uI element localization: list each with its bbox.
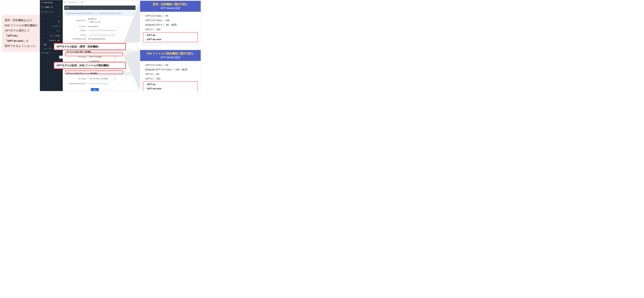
gpt-model-eml-select[interactable]: GPT-3.5-Turbo / 16K (推奨) ▾ <box>88 77 116 81</box>
section-header-eml: GPTモデルの設定 (EMLファイルの要約機能) <box>65 72 135 76</box>
field-label: API URI <box>65 34 88 36</box>
brand: DirectCloud <box>40 0 63 5</box>
sidebar-item-directcloud-ai[interactable]: tCloud AI N ˅ <box>40 38 63 43</box>
field-label: API Key <box>65 30 88 31</box>
panel-header-accent: 質問・回答機能で選択可能 <box>153 3 185 6</box>
api-key-input[interactable] <box>88 29 120 32</box>
chevron-left-icon: ‹ <box>61 35 61 37</box>
sidebar-item-label: 定 <box>58 20 60 23</box>
model-option: ・[Default] GPT-3.5-Turbo ／ 16K（推奨） <box>143 67 198 72</box>
model-option: ・[Default] GPT-4 ／ 8K（推奨） <box>143 23 198 27</box>
radio-use-on[interactable]: 使用する <box>88 18 96 20</box>
shield-icon <box>42 11 43 13</box>
panel-header-line2: GPT Model 設定 <box>160 56 180 59</box>
panel-header-tail: な <box>185 3 188 6</box>
sidebar-item-label: 全機能一覧 <box>44 6 52 8</box>
overlay-label-qa: GPTモデルの設定（質問・回答機能） <box>54 43 126 50</box>
chevron-left-icon: ‹ <box>61 26 61 27</box>
panel-body: ・GPT-3.5-Turbo ／ 4K ・[Default] GPT-3.5-T… <box>140 61 201 91</box>
bubble-bold: 「GPT-4o-mini」 <box>5 39 26 42</box>
field-label: Embeddings Model <box>65 38 88 40</box>
sidebar-item-partial[interactable]: ー ‹ <box>40 15 63 19</box>
sidebar-item-partial[interactable]: ムウェア対策 ‹ <box>40 34 63 38</box>
sidebar-item-label: TALK+ <box>44 52 49 54</box>
overlay-label-eml: GPTモデルの設定（EMLファイルの要約機能） <box>54 62 126 69</box>
select-value: GPT-4 / 8K (推奨) <box>90 56 102 58</box>
model-option: ・GPT-4 ／ 8K <box>143 72 198 76</box>
settings-form: DirectCloud AI 使用する 使用しない ⓘ AI Service <box>65 17 135 91</box>
field-label: DirectCloud AI <box>65 20 88 22</box>
sidebar-item-partial[interactable]: ージ ‹ <box>40 29 63 34</box>
sidebar-item-label: ークフロー <box>51 25 60 28</box>
new-model-box: ・GPT-4o ・GPT-4o-mini <box>143 82 198 91</box>
panel-header-line2: GPT Model 設定 <box>160 7 180 10</box>
radio-use-off[interactable]: 使用しない ⓘ <box>88 21 100 23</box>
breadcrumb-sep: / <box>67 2 67 3</box>
chevron-down-icon: ▾ <box>115 56 116 58</box>
breadcrumb-item: 設定 <box>81 1 84 3</box>
sidebar-item-label: tCloud AI <box>49 40 56 41</box>
sidebar-item-all[interactable]: 全機能一覧 <box>40 5 63 10</box>
model-option: ・GPT-3.5-Turbo ／ 4K <box>143 63 198 67</box>
api-uri-input[interactable] <box>88 33 120 37</box>
bubble-line: EMLファイルの要約機能の <box>5 23 42 28</box>
new-badge: N <box>58 40 60 41</box>
field-label: AI Service <box>65 26 88 28</box>
info-banner: Azure OpenAI ServiceのAPIを設定することで、DirectC… <box>65 11 135 16</box>
save-button[interactable]: 保存 <box>91 88 99 91</box>
breadcrumb: / DirectCloud AI / 設定 <box>63 0 137 5</box>
bubble-line: GPTモデル選択にて <box>5 28 42 33</box>
field-label: Deployment Name(GPT) <box>65 83 88 85</box>
deployment-name-input[interactable] <box>88 82 120 85</box>
model-option-new: ・GPT-4o-mini <box>144 87 196 91</box>
panel-header-accent: EMLファイルの要約機能で選択可能 <box>147 52 191 55</box>
bubble-bold: 「GPT-4o」 <box>5 33 42 38</box>
sidebar-item-security[interactable]: セキュリティ ‹ <box>40 10 63 15</box>
radio-label: 使用する <box>90 18 96 20</box>
radio-label: 使用しない <box>90 21 98 23</box>
panel-body: ・GPT-3.5-Turbo ／ 4K ・GPT-3.5-Turbo ／ 16K… <box>140 12 201 45</box>
select-value: GPT-3.5-Turbo / 16K (推奨) <box>90 78 108 80</box>
breadcrumb-sep: / <box>79 2 80 3</box>
model-option: ・GPT-4 ／ 32K <box>143 27 198 32</box>
bubble-text: を <box>26 39 29 42</box>
chevron-left-icon: ‹ <box>61 21 61 22</box>
panel-header-tail: な <box>191 52 194 55</box>
new-model-box: ・GPT-4o ・GPT-4o-mini <box>143 32 198 42</box>
info-icon[interactable]: ⓘ <box>99 21 100 23</box>
gpt-model-qa-select[interactable]: GPT-4 / 8K (推奨) ▾ <box>88 55 116 59</box>
field-value: text-embedding-ada-002 <box>88 38 135 40</box>
sidebar-item-label: セキュリティ <box>44 11 54 13</box>
breadcrumb-item[interactable]: DirectCloud AI <box>68 2 78 3</box>
chat-icon <box>42 52 43 54</box>
bubble-line: 選択できるようになった。 <box>5 43 42 49</box>
radio-dot-icon <box>88 18 90 20</box>
panel-header: 質問・回答機能で選択可能な GPT Model 設定 <box>140 1 201 12</box>
sidebar-item-label: ー <box>58 16 60 18</box>
bubble-line: 質問・回答機能および <box>5 18 42 23</box>
model-option: ・GPT-3.5-Turbo ／ 16K <box>143 18 198 23</box>
brand-text: DirectCloud <box>44 2 53 4</box>
sidebar-item-talk[interactable]: TALK+ ‹ <box>40 51 63 55</box>
sidebar-item-partial[interactable]: ークフロー ‹ <box>40 24 63 29</box>
model-option-new: ・GPT-4o <box>144 33 196 37</box>
sidebar-collapse-button[interactable] <box>59 56 63 59</box>
model-option-new: ・GPT-4o-mini <box>144 37 196 42</box>
chevron-left-icon: ‹ <box>61 30 61 32</box>
panel-eml-models: EMLファイルの要約機能で選択可能な GPT Model 設定 ・GPT-3.5… <box>140 50 201 91</box>
page-title: 設定 <box>64 6 136 10</box>
home-icon[interactable] <box>64 1 66 3</box>
svg-rect-0 <box>42 2 43 3</box>
chevron-down-icon: ▾ <box>115 78 116 80</box>
list-icon <box>42 6 43 8</box>
model-option-new: ・GPT-4o <box>144 82 196 87</box>
chevron-down-icon: ˅ <box>60 40 61 41</box>
section-header-qa: GPTモデルの設定 (質問・回答機能) <box>65 50 135 54</box>
chevron-left-icon: ‹ <box>61 16 61 18</box>
sidebar-item-label: ムウェア対策 <box>50 35 60 37</box>
radio-dot-icon <box>88 21 90 23</box>
model-option: ・GPT-3.5-Turbo ／ 4K <box>143 14 198 18</box>
sidebar-item-partial[interactable]: 定 ‹ <box>40 19 63 24</box>
model-option: ・GPT-4 ／ 32K <box>143 76 198 81</box>
field-label: GPT Model <box>65 78 88 80</box>
